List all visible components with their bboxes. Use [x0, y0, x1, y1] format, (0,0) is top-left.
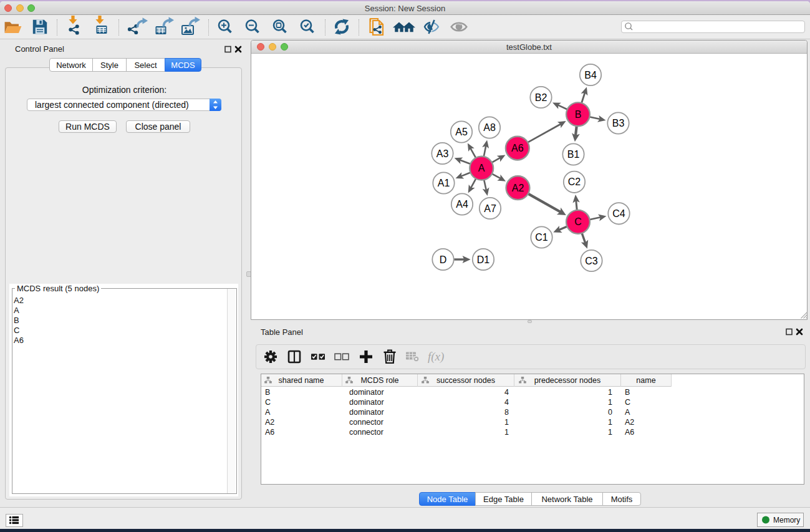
svg-text:B: B: [575, 109, 582, 120]
svg-text:A1: A1: [438, 178, 450, 188]
svg-text:C4: C4: [612, 208, 625, 219]
svg-text:C3: C3: [585, 256, 598, 266]
svg-text:A3: A3: [436, 148, 449, 159]
svg-text:D1: D1: [477, 254, 490, 265]
svg-text:A5: A5: [455, 127, 468, 137]
svg-text:A2: A2: [512, 183, 524, 193]
svg-text:C2: C2: [568, 177, 581, 187]
svg-text:B1: B1: [567, 149, 580, 160]
svg-text:B4: B4: [584, 70, 597, 80]
svg-text:A8: A8: [483, 122, 496, 133]
svg-text:B3: B3: [612, 118, 625, 128]
svg-text:A: A: [478, 163, 485, 173]
svg-text:A4: A4: [456, 199, 468, 210]
svg-text:D: D: [440, 254, 447, 265]
svg-text:C1: C1: [535, 232, 548, 243]
svg-text:A7: A7: [484, 203, 496, 214]
svg-text:B2: B2: [535, 92, 547, 103]
svg-text:A6: A6: [511, 143, 524, 153]
svg-text:C: C: [574, 216, 582, 227]
